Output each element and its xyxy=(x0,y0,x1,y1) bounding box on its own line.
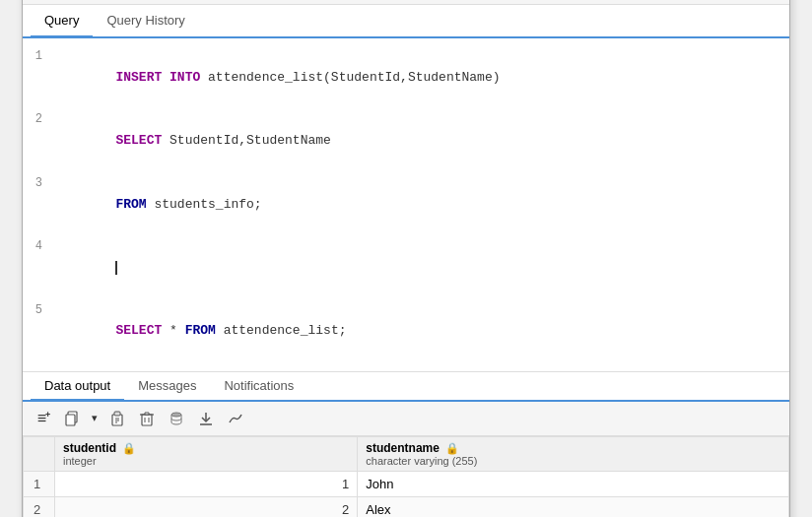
editor-line-2: 2 SELECT StudentId,StudentName xyxy=(23,109,789,172)
kw-from3: FROM xyxy=(115,197,146,212)
copy-chevron-icon: ▾ xyxy=(92,412,98,424)
tab-notifications[interactable]: Notifications xyxy=(210,372,307,402)
table-row: 1 1 John xyxy=(24,471,789,496)
paste-btn[interactable] xyxy=(103,406,131,431)
col-header-studentname: studentname 🔒 character varying (255) xyxy=(358,436,789,471)
editor-line-4: 4 xyxy=(23,236,789,299)
line-num-2: 2 xyxy=(23,110,54,129)
line-num-1: 1 xyxy=(23,47,54,66)
copy-data-btn[interactable] xyxy=(58,406,86,431)
cell-studentid-2[interactable]: 2 xyxy=(55,496,358,517)
tab-query[interactable]: Query xyxy=(31,5,93,38)
data-toolbar: ≡+ ▾ xyxy=(23,402,789,436)
cell-studentid-1[interactable]: 1 xyxy=(55,471,358,496)
lock-icon-studentname: 🔒 xyxy=(445,442,459,454)
kw-select2: SELECT xyxy=(115,133,162,148)
line-num-3: 3 xyxy=(23,174,54,193)
graph-btn[interactable] xyxy=(222,406,249,431)
line-content-5: SELECT * FROM attendence_list; xyxy=(54,301,789,362)
output-tabs-bar: Data output Messages Notifications xyxy=(23,372,789,402)
db-icon xyxy=(169,411,184,426)
svg-point-24 xyxy=(171,413,181,417)
line-content-4 xyxy=(54,237,789,298)
svg-rect-15 xyxy=(66,415,75,425)
download-icon xyxy=(198,411,214,426)
line2-rest: StudentId,StudentName xyxy=(162,133,331,148)
line1-rest: attendence_list(StudentId,StudentName) xyxy=(200,70,500,85)
cell-studentname-2[interactable]: Alex xyxy=(358,496,789,517)
save-data-btn[interactable] xyxy=(163,406,190,431)
kw-from5: FROM xyxy=(185,323,216,338)
table-header-row: studentid 🔒 integer studentname 🔒 charac… xyxy=(24,436,789,471)
trash-icon xyxy=(139,411,155,426)
line3-rest: students_info; xyxy=(147,197,262,212)
col-header-studentid: studentid 🔒 integer xyxy=(55,436,358,471)
query-tabs-bar: Query Query History xyxy=(23,5,789,38)
data-table-wrap: studentid 🔒 integer studentname 🔒 charac… xyxy=(23,436,789,517)
delete-btn[interactable] xyxy=(133,406,161,431)
add-row-icon: ≡+ xyxy=(37,410,50,427)
tab-messages[interactable]: Messages xyxy=(124,372,210,402)
sql-editor[interactable]: 1 INSERT INTO attendence_list(StudentId,… xyxy=(23,38,789,372)
copy-icon xyxy=(64,411,80,426)
kw-insert: INSERT INTO xyxy=(115,70,200,85)
kw-select5: SELECT xyxy=(115,323,162,338)
line-content-2: SELECT StudentId,StudentName xyxy=(54,110,789,171)
line-num-4: 4 xyxy=(23,237,54,256)
tab-data-output[interactable]: Data output xyxy=(31,372,124,402)
line-content-1: INSERT INTO attendence_list(StudentId,St… xyxy=(54,47,789,108)
main-window: ▾ ▾ ▾ xyxy=(22,0,790,517)
graph-icon xyxy=(228,411,243,426)
svg-rect-17 xyxy=(114,412,120,416)
line-num-5: 5 xyxy=(23,301,54,320)
editor-line-5: 5 SELECT * FROM attendence_list; xyxy=(23,300,789,363)
download-btn[interactable] xyxy=(192,406,220,431)
row-num-1: 1 xyxy=(24,471,55,496)
cell-studentname-1[interactable]: John xyxy=(358,471,789,496)
cursor xyxy=(115,261,117,275)
line5-rest: attendence_list; xyxy=(216,323,347,338)
table-row: 2 2 Alex xyxy=(24,496,789,517)
line-content-3: FROM students_info; xyxy=(54,174,789,235)
lock-icon-studentid: 🔒 xyxy=(122,442,136,454)
add-row-btn[interactable]: ≡+ xyxy=(31,406,56,431)
results-table: studentid 🔒 integer studentname 🔒 charac… xyxy=(23,436,789,517)
paste-icon xyxy=(109,411,125,426)
editor-line-3: 3 FROM students_info; xyxy=(23,173,789,236)
editor-line-1: 1 INSERT INTO attendence_list(StudentId,… xyxy=(23,46,789,109)
row-num-2: 2 xyxy=(24,496,55,517)
tab-query-history[interactable]: Query History xyxy=(93,5,198,38)
row-num-header xyxy=(24,436,55,471)
line5-mid: * xyxy=(162,323,184,338)
copy-dropdown-btn[interactable]: ▾ xyxy=(88,406,102,431)
